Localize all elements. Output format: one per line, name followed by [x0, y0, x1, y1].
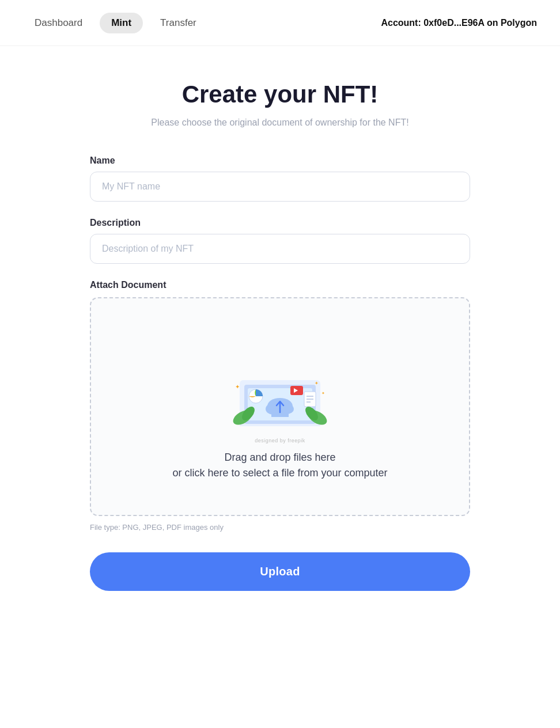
dropzone-text-main: Drag and drop files here — [224, 452, 335, 464]
page-title: Create your NFT! — [90, 81, 470, 108]
dropzone[interactable]: ✦ ✦ ✦ designed by freepik Drag and drop … — [90, 297, 470, 516]
name-input[interactable] — [90, 172, 470, 202]
nav-transfer[interactable]: Transfer — [149, 13, 208, 33]
svg-text:✦: ✦ — [321, 391, 325, 395]
attach-document-group: Attach Document — [90, 280, 470, 532]
name-label: Name — [90, 156, 470, 166]
svg-text:✦: ✦ — [235, 384, 240, 390]
freepik-credit: designed by freepik — [255, 438, 305, 443]
description-form-group: Description — [90, 218, 470, 264]
description-input[interactable] — [90, 234, 470, 264]
account-info: Account: 0xf0eD...E96A on Polygon — [381, 18, 537, 28]
page-subtitle: Please choose the original document of o… — [90, 117, 470, 128]
header: Dashboard Mint Transfer Account: 0xf0eD.… — [0, 0, 560, 46]
nav: Dashboard Mint Transfer — [23, 13, 381, 33]
upload-button[interactable]: Upload — [90, 552, 470, 591]
main-content: Create your NFT! Please choose the origi… — [78, 46, 482, 625]
nav-mint[interactable]: Mint — [100, 13, 143, 33]
name-form-group: Name — [90, 156, 470, 202]
dropzone-text-sub: or click here to select a file from your… — [172, 467, 387, 479]
upload-illustration: ✦ ✦ ✦ — [222, 334, 338, 426]
svg-text:✦: ✦ — [315, 381, 319, 386]
nav-dashboard[interactable]: Dashboard — [23, 13, 94, 33]
description-label: Description — [90, 218, 470, 228]
attach-label: Attach Document — [90, 280, 470, 290]
file-type-note: File type: PNG, JPEG, PDF images only — [90, 523, 470, 532]
